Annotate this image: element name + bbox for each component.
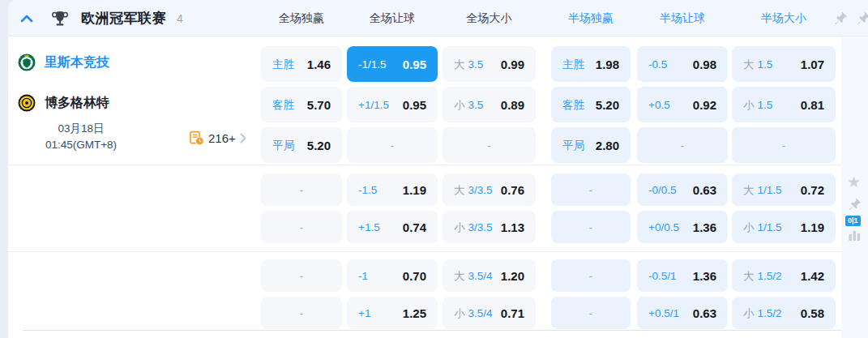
home-team-row[interactable]: 里斯本竞技 <box>18 53 109 71</box>
odds-cell[interactable]: 主胜1.98 <box>551 46 631 82</box>
column-header-1: 全场让球 <box>347 0 438 36</box>
odds-cell[interactable]: 小3.5/40.71 <box>443 297 536 329</box>
odds-cell[interactable]: -0.5/11.36 <box>637 259 728 292</box>
odds-cell[interactable]: -10.70 <box>347 259 438 292</box>
match-time: 01:45(GMT+8) <box>12 137 150 153</box>
odds-value: 0.63 <box>693 183 716 197</box>
right-rail: ★ 0|1 <box>841 36 868 338</box>
odds-label: +1.5 <box>358 220 380 234</box>
odds-label: -0.5/1 <box>648 268 677 283</box>
odds-cell[interactable]: 平局5.20 <box>261 127 342 163</box>
odds-label: -0.5 <box>648 57 667 71</box>
empty-dash: - <box>589 307 592 319</box>
odds-cell[interactable]: 大3.50.99 <box>443 46 536 82</box>
empty-dash: - <box>300 307 303 319</box>
odds-value: 1.20 <box>501 269 524 283</box>
odds-label: 小1.5 <box>743 97 772 113</box>
league-odds-panel: 欧洲冠军联赛 4 全场独赢全场让球全场大小半场独赢半场让球半场大小 里斯本竞技 … <box>8 0 868 338</box>
odds-cell-empty: - <box>637 127 728 163</box>
odds-value: 1.13 <box>501 220 524 234</box>
odds-cell[interactable]: -1/1.50.95 <box>347 46 438 82</box>
odds-value: 0.89 <box>501 98 524 112</box>
odds-label: 大1/1.5 <box>743 182 782 198</box>
odds-label: 客胜 <box>272 97 294 113</box>
collapse-chevron-up-icon[interactable] <box>18 10 36 28</box>
odds-cell[interactable]: 大1/1.50.72 <box>732 173 836 206</box>
odds-cell[interactable]: 客胜5.20 <box>551 87 631 122</box>
odds-value: 1.42 <box>801 269 824 283</box>
odds-label: +0/0.5 <box>648 220 679 234</box>
away-team-row[interactable]: 博多格林特 <box>18 94 109 112</box>
odds-label: -1.5 <box>358 182 377 197</box>
odds-cell[interactable]: 大1.51.07 <box>732 46 836 82</box>
away-team-logo <box>18 94 36 112</box>
header-pin-icon-2[interactable] <box>856 11 868 28</box>
odds-value: 1.36 <box>693 269 716 283</box>
odds-cell[interactable]: 大3.5/41.20 <box>443 259 536 292</box>
odds-row: 平局5.20--平局2.80-- <box>261 127 836 163</box>
over-under-prefix: 小 <box>743 99 755 111</box>
more-markets-link[interactable]: 216+ <box>189 130 246 146</box>
odds-value: 1.46 <box>307 58 331 71</box>
odds-row: --10.70大3.5/41.20--0.5/11.36大1.5/21.42 <box>261 259 836 292</box>
odds-cell[interactable]: 大3/3.50.76 <box>443 173 536 206</box>
column-header-2: 全场大小 <box>443 0 536 36</box>
stats-chart-icon[interactable] <box>849 229 861 244</box>
odds-cell[interactable]: 小1.5/20.58 <box>732 297 836 329</box>
pin-icon[interactable] <box>848 197 862 213</box>
league-trophy-icon <box>50 9 70 28</box>
odds-cell[interactable]: 平局2.80 <box>551 127 631 163</box>
odds-value: 2.80 <box>596 139 619 152</box>
odds-value: 1.36 <box>693 220 716 234</box>
odds-cell[interactable]: +0.50.92 <box>637 87 728 122</box>
odds-value: 0.63 <box>693 306 716 320</box>
over-under-prefix: 小 <box>743 307 755 319</box>
odds-value: 0.98 <box>693 58 716 71</box>
over-under-prefix: 大 <box>454 270 465 282</box>
odds-cell[interactable]: -0/0.50.63 <box>637 173 728 206</box>
odds-value: 0.58 <box>801 306 824 320</box>
odds-cell[interactable]: +0/0.51.36 <box>637 211 728 243</box>
over-under-prefix: 大 <box>454 58 465 71</box>
odds-value: 5.20 <box>596 98 619 112</box>
odds-cell[interactable]: 小3/3.51.13 <box>443 211 536 243</box>
odds-cell[interactable]: 小1/1.51.19 <box>732 211 836 243</box>
odds-value: 1.07 <box>801 58 824 71</box>
favorite-star-icon[interactable]: ★ <box>847 174 861 190</box>
odds-value: 5.20 <box>307 139 331 152</box>
odds-section-alt-1: --1.51.19大3/3.50.76--0/0.50.63大1/1.50.72… <box>261 173 836 248</box>
odds-cell-empty: - <box>443 127 536 163</box>
odds-label: -0/0.5 <box>648 182 677 197</box>
empty-dash: - <box>391 139 394 152</box>
odds-value: 0.81 <box>801 98 824 112</box>
odds-value: 0.92 <box>693 98 716 112</box>
odds-label: +1 <box>358 306 370 320</box>
match-datetime: 03月18日 01:45(GMT+8) <box>12 121 150 153</box>
odds-cell-empty: - <box>261 211 342 243</box>
odds-label: 大3.5/4 <box>454 268 493 284</box>
odds-cell[interactable]: 小1.50.81 <box>732 87 836 122</box>
odds-cell[interactable]: +1.50.74 <box>347 211 438 243</box>
odds-value: 0.95 <box>403 98 426 112</box>
over-under-prefix: 小 <box>743 221 755 233</box>
odds-cell[interactable]: 主胜1.46 <box>261 46 342 82</box>
odds-cell[interactable]: +0.5/10.63 <box>637 297 728 329</box>
odds-cell[interactable]: -0.50.98 <box>637 46 728 82</box>
odds-cell-empty: - <box>551 211 631 243</box>
odds-cell[interactable]: 客胜5.70 <box>261 87 342 122</box>
odds-cell[interactable]: +11.25 <box>347 297 438 329</box>
odds-cell[interactable]: 大1.5/21.42 <box>732 259 836 292</box>
odds-row: 主胜1.46-1/1.50.95大3.50.99主胜1.98-0.50.98大1… <box>261 46 836 82</box>
header-pin-icon[interactable] <box>833 11 848 28</box>
empty-dash: - <box>487 139 490 152</box>
column-header-5: 半场大小 <box>732 0 836 36</box>
score-badge[interactable]: 0|1 <box>845 216 861 226</box>
odds-cell[interactable]: 小3.50.89 <box>443 87 536 122</box>
odds-cell[interactable]: +1/1.50.95 <box>347 87 438 122</box>
odds-value: 0.76 <box>501 183 524 197</box>
odds-cell[interactable]: -1.51.19 <box>347 173 438 206</box>
odds-value: 1.98 <box>596 58 619 71</box>
odds-value: 0.72 <box>801 183 824 197</box>
odds-label: 小3/3.5 <box>454 220 493 235</box>
odds-value: 0.99 <box>501 58 524 71</box>
